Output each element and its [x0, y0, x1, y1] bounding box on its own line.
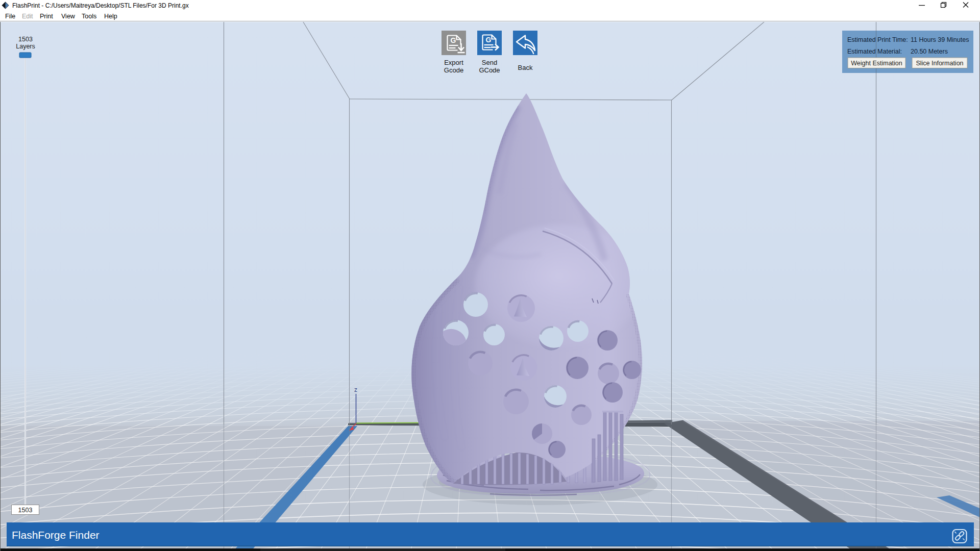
svg-text:Estimated Material:: Estimated Material:: [847, 48, 902, 55]
svg-text:20.50 Meters: 20.50 Meters: [911, 48, 948, 55]
svg-text:FlashForge Finder: FlashForge Finder: [12, 529, 100, 541]
svg-text:G: G: [451, 36, 456, 44]
svg-text:1503: 1503: [18, 36, 33, 43]
svg-text:1503: 1503: [18, 507, 33, 514]
svg-text:Layers: Layers: [16, 43, 35, 50]
svg-text:Gcode: Gcode: [444, 66, 463, 74]
svg-text:Back: Back: [518, 64, 533, 71]
svg-text:Estimated Print Time:: Estimated Print Time:: [847, 36, 908, 43]
svg-text:Slice Information: Slice Information: [916, 60, 963, 67]
svg-text:Weight Estimation: Weight Estimation: [851, 60, 902, 67]
svg-text:G: G: [486, 36, 492, 44]
svg-text:z: z: [354, 386, 357, 393]
svg-text:Export: Export: [444, 59, 463, 66]
svg-text:11 Hours 39 Minutes: 11 Hours 39 Minutes: [911, 36, 969, 43]
svg-text:GCode: GCode: [479, 66, 500, 74]
svg-text:Send: Send: [482, 59, 497, 66]
